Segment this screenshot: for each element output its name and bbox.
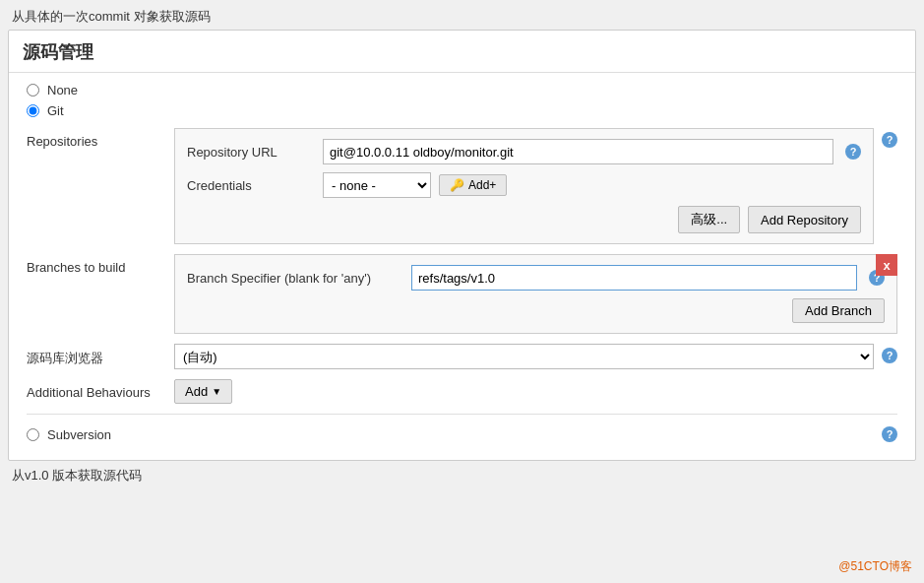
radio-git-label: Git [47,103,64,118]
main-panel: 源码管理 None Git Repositories Repository UR… [8,30,916,461]
add-branch-button[interactable]: Add Branch [792,298,885,323]
repositories-help-area: ? [878,128,897,148]
source-browser-help-icon[interactable]: ? [882,348,897,363]
repo-url-help-icon[interactable]: ? [845,144,861,160]
bottom-caption: 从v1.0 版本获取源代码 [0,461,924,490]
radio-none-label: None [47,83,78,97]
repositories-help-icon[interactable]: ? [882,132,897,148]
add-behaviour-button[interactable]: Add ▼ [174,379,232,404]
add-credentials-button[interactable]: 🔑 Add+ [439,174,507,196]
repo-url-label: Repository URL [187,145,315,160]
repo-actions: 高级... Add Repository [187,206,861,233]
subversion-help-icon[interactable]: ? [882,426,897,442]
branch-specifier-input[interactable] [411,265,857,291]
radio-subversion[interactable] [27,428,39,441]
top-caption: 从具体的一次commit 对象获取源码 [0,0,924,30]
branch-actions: Add Branch [187,298,885,323]
branch-specifier-row: Branch Specifier (blank for 'any') ? [187,265,885,291]
radio-git[interactable]: Git [27,103,897,118]
key-icon: 🔑 [450,178,464,192]
subversion-label: Subversion [47,427,111,442]
advanced-button[interactable]: 高级... [678,206,740,233]
section-title: 源码管理 [9,31,915,73]
source-browser-select[interactable]: (自动) [174,344,874,369]
branches-block: x Branch Specifier (blank for 'any') ? A… [174,254,897,334]
additional-behaviours-label: Additional Behaviours [27,379,174,400]
branches-to-build-label: Branches to build [27,254,174,275]
subversion-row: Subversion ? [27,421,897,448]
credentials-label: Credentials [187,178,315,193]
repositories-label: Repositories [27,128,174,149]
repositories-block: Repository URL ? Credentials - none - 🔑 [174,128,874,244]
source-browser-label: 源码库浏览器 [27,344,174,367]
repo-url-input[interactable] [323,139,833,164]
delete-branch-button[interactable]: x [876,254,897,276]
branch-specifier-label: Branch Specifier (blank for 'any') [187,271,403,286]
repo-url-row: Repository URL ? [187,139,861,164]
watermark: @51CTO博客 [838,558,912,575]
credentials-select[interactable]: - none - [323,172,431,198]
radio-none[interactable]: None [27,83,897,97]
add-repository-button[interactable]: Add Repository [748,206,861,233]
credentials-row: Credentials - none - 🔑 Add+ [187,172,861,198]
chevron-down-icon: ▼ [212,386,221,397]
